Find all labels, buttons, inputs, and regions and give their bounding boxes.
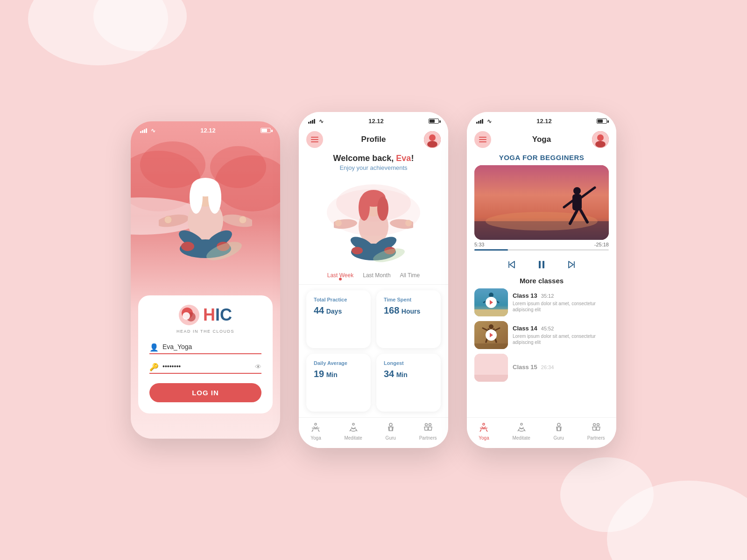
- tab-last-month[interactable]: Last Month: [363, 272, 390, 280]
- nav-partners-3[interactable]: Partners: [587, 422, 605, 441]
- next-button[interactable]: [563, 256, 580, 273]
- tab-last-week[interactable]: Last Week: [327, 272, 353, 280]
- nav-yoga-label-2: Yoga: [310, 435, 321, 441]
- welcome-prefix: Welcome back,: [333, 154, 396, 163]
- time-3: 12.12: [536, 118, 552, 125]
- menu-button-3[interactable]: [474, 131, 491, 148]
- play-icon-14: [489, 332, 493, 338]
- avatar-3[interactable]: [592, 131, 609, 148]
- nav-yoga-3[interactable]: Yoga: [478, 422, 489, 441]
- yoga-figure-1: [159, 160, 252, 281]
- hic-logo: HIC: [149, 305, 261, 325]
- nav-partners-2[interactable]: Partners: [419, 422, 437, 441]
- profile-illustration: [299, 175, 448, 268]
- tab-all-time[interactable]: All Time: [400, 272, 420, 280]
- play-icon-13: [489, 300, 493, 305]
- yoga-header: Yoga: [467, 127, 616, 152]
- bottom-nav-3: Yoga Meditate: [467, 417, 616, 448]
- nav-guru-2[interactable]: Guru: [385, 422, 396, 441]
- nav-meditate-3[interactable]: Meditate: [512, 422, 530, 441]
- svg-point-48: [486, 212, 598, 231]
- avatar-2[interactable]: [424, 131, 441, 148]
- nav-yoga-label-3: Yoga: [479, 435, 489, 441]
- welcome-text: Welcome back, Eva!: [299, 154, 448, 163]
- nav-yoga-2[interactable]: Yoga: [310, 422, 321, 441]
- play-overlay-14[interactable]: [474, 321, 508, 349]
- svg-point-18: [183, 312, 190, 320]
- stats-grid: Total Practice 44 Days Time Spent 168 Ho…: [299, 285, 448, 417]
- svg-point-38: [352, 423, 354, 425]
- hic-h: H: [203, 305, 215, 324]
- login-card: HIC HEAD IN THE CLOUDS 👤 🔑 👁 LOG IN: [138, 295, 273, 413]
- p2-cloud-2: [327, 189, 420, 236]
- phone-login: ∿ 12.12: [131, 121, 280, 439]
- class-title-row-15: Class 15 26:34: [513, 364, 609, 371]
- guru-icon-3: [553, 422, 564, 434]
- class-duration-15: 26:34: [541, 364, 554, 370]
- nav-guru-label-3: Guru: [554, 435, 564, 441]
- play-overlay-13[interactable]: [474, 288, 508, 316]
- username-input[interactable]: [149, 340, 261, 354]
- svg-point-5: [190, 181, 203, 214]
- stat-value-0: 44 Days: [314, 305, 363, 316]
- nav-meditate-label-2: Meditate: [344, 435, 362, 441]
- nav-guru-3[interactable]: Guru: [553, 422, 564, 441]
- prev-icon: [507, 259, 517, 270]
- video-progress-bar[interactable]: [474, 249, 609, 251]
- login-button[interactable]: LOG IN: [149, 383, 261, 402]
- class-item-15: Class 15 26:34: [474, 354, 609, 382]
- class-name-15: Class 15: [513, 364, 537, 371]
- video-progress-fill: [474, 249, 508, 251]
- stat-label-1: Time Spent: [384, 297, 433, 302]
- svg-point-75: [483, 423, 485, 425]
- menu-line: [479, 141, 486, 142]
- user-icon: 👤: [149, 343, 159, 352]
- profile-content: ∿ 12.12 Profile: [299, 112, 448, 448]
- video-controls: [467, 254, 616, 277]
- yoga-section-title: YOGA FOR BEGGINERS: [467, 152, 616, 165]
- video-thumbnail[interactable]: [474, 165, 609, 240]
- video-timer: 5:33 -25:18: [467, 240, 616, 249]
- svg-point-13: [239, 216, 247, 224]
- svg-point-10: [181, 242, 194, 251]
- status-bar-1: ∿ 12.12: [131, 121, 280, 137]
- class-thumb-15: [474, 354, 508, 382]
- svg-rect-55: [539, 261, 541, 268]
- nav-meditate-2[interactable]: Meditate: [344, 422, 362, 441]
- svg-rect-56: [543, 261, 544, 268]
- prev-button[interactable]: [503, 256, 520, 273]
- svg-point-79: [593, 424, 595, 426]
- stat-daily-average: Daily Average 19 Min: [306, 354, 371, 412]
- pause-button[interactable]: [533, 256, 550, 273]
- bottom-nav-2: Yoga Meditate: [299, 417, 448, 448]
- svg-point-78: [557, 423, 560, 426]
- svg-point-44: [597, 134, 604, 141]
- stat-value-2: 19 Min: [314, 369, 363, 379]
- stat-longest: Longest 34 Min: [376, 354, 441, 412]
- svg-rect-50: [572, 194, 582, 210]
- password-group: 🔑 👁: [149, 360, 261, 374]
- stat-value-1: 168 Hours: [384, 305, 433, 316]
- menu-button-2[interactable]: [306, 131, 323, 148]
- eye-icon[interactable]: 👁: [255, 363, 261, 371]
- class-thumb-14: [474, 321, 508, 349]
- class-duration-13: 35:12: [541, 293, 554, 299]
- svg-point-20: [429, 134, 436, 141]
- phones-container: ∿ 12.12: [131, 112, 616, 448]
- svg-point-42: [429, 424, 431, 426]
- menu-lines-3: [479, 137, 486, 142]
- phone-profile: ∿ 12.12 Profile: [299, 112, 448, 448]
- welcome-subtitle: Enjoy your achievements: [299, 164, 448, 171]
- signal-icons-3: ∿: [476, 118, 492, 125]
- video-background: [474, 165, 609, 240]
- svg-point-49: [573, 187, 581, 195]
- nav-guru-label-2: Guru: [386, 435, 396, 441]
- stat-label-2: Daily Average: [314, 360, 363, 366]
- signal-icons: ∿: [140, 127, 155, 134]
- signal-icons-2: ∿: [308, 118, 324, 125]
- status-bar-2: ∿ 12.12: [299, 112, 448, 127]
- svg-marker-64: [490, 300, 493, 305]
- password-input[interactable]: [149, 360, 261, 374]
- class-info-14: Class 14 45:52 Lorem ipsum dolor sit ame…: [513, 325, 609, 345]
- class-title-row-14: Class 14 45:52: [513, 325, 609, 332]
